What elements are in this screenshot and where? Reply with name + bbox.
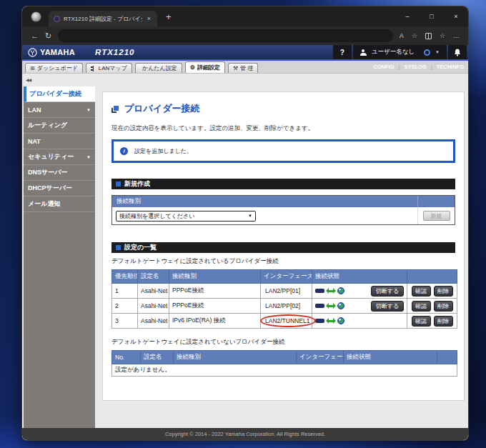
connection-type-select-value: 接続種別を選択してください <box>119 212 194 220</box>
cell-status: 切断する <box>312 284 407 299</box>
page-title: プロバイダー接続 <box>111 102 455 115</box>
browser-titlebar: RTX1210 詳細設定 - プロバイダー接 × + – □ × <box>22 6 468 26</box>
table-row: 1 Asahi-Net PPPoE接続 LAN2/PP[01] 切断する 確認 … <box>112 284 457 299</box>
confirm-button[interactable]: 確認 <box>412 286 431 297</box>
cell-name: Asahi-Net <box>138 314 169 329</box>
connection-status-icons <box>315 287 344 294</box>
toolbar-link-techinfo[interactable]: TECHINFO <box>437 64 464 70</box>
user-menu[interactable]: ユーザー名なし ▼ <box>353 45 447 59</box>
refresh-icon[interactable]: ↻ <box>45 31 51 41</box>
chevron-down-icon[interactable]: ▼ <box>435 50 440 54</box>
collections-icon[interactable]: ☆ <box>440 32 445 39</box>
cell-status <box>312 314 407 329</box>
sidebar-item[interactable]: DNSサーバー ▼ <box>24 165 95 181</box>
page-title-icon <box>111 105 119 113</box>
sidebar-item[interactable]: ルーティング ▼ <box>24 118 95 134</box>
disconnect-button[interactable]: 切断する <box>371 286 404 297</box>
sidebar-item[interactable]: DHCPサーバー ▼ <box>24 181 95 196</box>
cell-type: IPv6 IPoE(RA) 接続 <box>169 314 261 329</box>
confirm-button[interactable]: 確認 <box>412 316 431 327</box>
cell-actions: 確認 削除 <box>407 299 457 314</box>
browser-tab[interactable]: RTX1210 詳細設定 - プロバイダー接 × <box>49 11 157 26</box>
app-tabs: ⊞ ダッシュボード LANマップ かんたん設定 ⚙ 詳細設定 ⚒ 管 理 <box>25 61 258 73</box>
sidebar-item[interactable]: メール通知 ▼ <box>24 196 95 212</box>
browser-profile-avatar[interactable] <box>31 11 41 22</box>
toolbar-tab[interactable]: ⚒ 管 理 <box>228 63 258 73</box>
section-square-icon <box>116 245 121 250</box>
column-header: 設定名 <box>141 351 174 364</box>
table2-empty-text: 設定がありません。 <box>112 364 457 377</box>
sidebar-item[interactable]: NAT ▼ <box>24 134 95 149</box>
back-icon[interactable]: ← <box>31 31 39 40</box>
section-new: 新規作成 <box>111 179 455 189</box>
confirm-button[interactable]: 確認 <box>412 301 431 312</box>
cell-priority: 1 <box>112 284 138 299</box>
toolbar-tab[interactable]: LANマップ <box>86 63 132 73</box>
cell-actions: 確認 削除 <box>407 314 457 329</box>
split-screen-icon[interactable] <box>425 33 432 39</box>
cell-status: 切断する <box>312 299 407 314</box>
toolbar-tab-label: 管 理 <box>240 64 253 72</box>
sidebar-item[interactable]: プロバイダー接続 ▼ <box>24 86 95 102</box>
sidebar-item-label: セキュリティー <box>28 152 74 161</box>
toolbar-tab[interactable]: ⚙ 詳細設定 <box>185 61 225 73</box>
interface-text: LAN2/PP[01] <box>265 287 300 294</box>
read-aloud-icon[interactable]: A <box>400 32 404 39</box>
sidebar-collapse-icon[interactable]: ◀◀ <box>26 77 31 82</box>
lanmap-icon <box>91 66 96 71</box>
cell-interface: LAN2/PP[01] <box>261 284 312 299</box>
minimize-icon[interactable]: – <box>395 6 420 26</box>
router-icon <box>315 304 324 308</box>
delete-button[interactable]: 削除 <box>434 286 453 297</box>
favorite-icon[interactable]: ☆ <box>412 32 417 39</box>
toolbar-link-config[interactable]: CONFIG <box>373 64 394 70</box>
delete-button[interactable]: 削除 <box>434 316 453 327</box>
table1-header-row: 優先順位設定名接続種別インターフェース接続状態 <box>112 270 457 284</box>
address-input[interactable] <box>58 29 393 42</box>
disconnect-button[interactable]: 切断する <box>371 301 404 312</box>
section-new-title: 新規作成 <box>124 179 150 189</box>
connection-type-select[interactable]: 接続種別を選択してください ▼ <box>116 211 256 221</box>
new-tab-icon[interactable]: + <box>166 11 172 22</box>
toolbar-tab-label: LANマップ <box>99 64 127 72</box>
close-icon[interactable]: × <box>444 6 468 26</box>
toolbar-tab-label: かんたん設定 <box>142 64 177 72</box>
provider-table-non-default-gw: No.設定名接続種別インターフェース接続状態 設定がありません。 <box>111 350 457 377</box>
notification-bell-button[interactable] <box>448 45 467 59</box>
delete-button[interactable]: 削除 <box>434 301 453 312</box>
sidebar-item[interactable]: セキュリティー ▼ <box>24 149 95 165</box>
toolbar-link-syslog[interactable]: SYSLOG <box>404 64 426 70</box>
more-menu-icon[interactable]: … <box>453 32 460 39</box>
column-header: インターフェース <box>297 351 344 364</box>
sidebar-item-label: プロバイダー接続 <box>29 89 81 99</box>
column-header: 接続状態 <box>312 270 407 284</box>
new-connection-form: 接続種別 接続種別を選択してください ▼ 新規 <box>111 195 455 225</box>
router-icon <box>315 289 324 293</box>
maximize-icon[interactable]: □ <box>420 6 444 26</box>
notice-box: i 設定を追加しました。 <box>111 139 455 163</box>
user-icon <box>360 49 367 56</box>
toolbar-tab[interactable]: ⊞ ダッシュボード <box>25 63 83 73</box>
cell-interface: LAN2/PP[02] <box>261 299 312 314</box>
tab-close-icon[interactable]: × <box>146 15 152 22</box>
page-description: 現在の設定内容を表示しています。設定の追加、変更、削除ができます。 <box>111 124 455 133</box>
column-header: インターフェース <box>261 270 312 284</box>
toolbar-tab[interactable]: かんたん設定 <box>135 63 182 73</box>
brand-text: YAMAHA <box>40 48 75 56</box>
globe-icon <box>337 302 344 309</box>
sidebar-item[interactable]: LAN ▼ <box>24 102 95 118</box>
sidebar-item-label: メール通知 <box>28 199 60 209</box>
cell-priority: 2 <box>112 299 138 314</box>
sidebar-item-label: DHCPサーバー <box>28 184 72 193</box>
app-toolbar-links: CONFIG|SYSLOG|TECHINFO <box>373 61 464 73</box>
toolbar-tab-label: 詳細設定 <box>197 64 220 71</box>
browser-window: RTX1210 詳細設定 - プロバイダー接 × + – □ × ← ↻ A ☆… <box>21 6 469 441</box>
new-button[interactable]: 新規 <box>423 211 450 221</box>
globe-icon <box>337 287 344 294</box>
table1-body: 1 Asahi-Net PPPoE接続 LAN2/PP[01] 切断する 確認 … <box>112 284 457 329</box>
status-ring-icon <box>424 49 430 56</box>
column-header: 設定名 <box>138 270 169 284</box>
section-list-title: 設定の一覧 <box>124 243 157 252</box>
help-button[interactable]: ? <box>333 45 352 59</box>
column-header <box>437 351 457 364</box>
